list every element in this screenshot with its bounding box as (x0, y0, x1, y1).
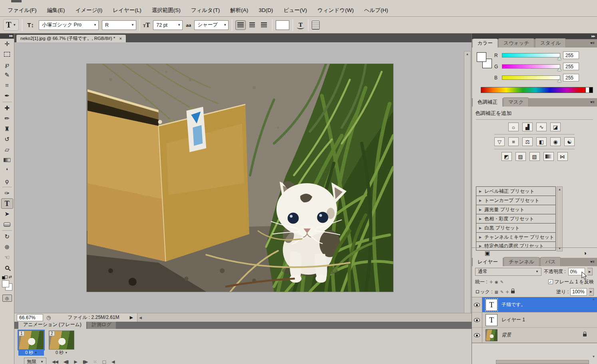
tab-channels[interactable]: チャンネル (503, 257, 539, 266)
preset-exposure[interactable]: ▶露光量 プリセット (476, 205, 556, 214)
layer-row-layer1[interactable]: T レイヤー 1 (472, 313, 597, 328)
green-slider[interactable] (502, 64, 560, 69)
menu-help[interactable]: ヘルプ(H) (359, 5, 393, 16)
move-tool[interactable]: ✛ (1, 39, 13, 49)
text-orientation-button[interactable]: T↕ (26, 21, 36, 29)
menu-file[interactable]: ファイル(F) (2, 5, 42, 16)
blend-mode-select[interactable]: 通常 ▼ (475, 268, 541, 276)
tab-animation-frames[interactable]: アニメーション (フレーム) (18, 322, 86, 329)
color-spectrum-ramp[interactable] (481, 87, 586, 93)
3d-rotate-tool[interactable]: ↻ (1, 231, 13, 242)
red-slider[interactable] (502, 53, 560, 57)
layer-name[interactable]: 背景 (501, 332, 511, 338)
blur-tool[interactable]: ❛ (1, 165, 13, 176)
eraser-tool[interactable]: ▱ (1, 144, 13, 155)
text-layer-thumbnail[interactable]: T (486, 299, 497, 311)
green-value-field[interactable]: 255 (563, 63, 579, 70)
layers-scrollbar[interactable]: ▲ ▼ (591, 297, 596, 358)
brush-tool[interactable]: ✏ (1, 113, 13, 124)
menu-filter[interactable]: フィルタ(T) (186, 5, 225, 16)
tab-swatches[interactable]: スウォッチ (498, 38, 534, 47)
vibrance-icon[interactable]: ▽ (494, 137, 505, 146)
image-layer-thumbnail[interactable] (486, 329, 497, 341)
new-frame-button[interactable]: ▢ (102, 359, 106, 364)
document-tab[interactable]: neko2[1].jpg @ 66.7% (子猫です。, RGB/8#) * × (16, 34, 126, 42)
layer-row-kitten-text[interactable]: T 子猫です。 (472, 297, 597, 313)
opacity-spinner-icon[interactable]: ▶ (587, 268, 593, 275)
levels-icon[interactable]: ▟ (522, 123, 533, 131)
font-style-select[interactable]: R ▼ (102, 20, 136, 30)
warp-text-button[interactable]: T (296, 22, 305, 28)
lock-position-icon[interactable]: ✛ (505, 290, 509, 294)
tab-measurement-log[interactable]: 計測ログ (87, 322, 116, 329)
panel-menu-icon[interactable]: ▾≡ (590, 100, 595, 104)
slider-knob-icon[interactable] (557, 57, 561, 60)
scroll-down-icon[interactable]: ▼ (592, 355, 595, 358)
lock-transparency-icon[interactable]: ▦ (495, 290, 498, 294)
presets-scrollbar[interactable]: ▲ ▼ (557, 186, 563, 251)
canvas-vertical-scrollbar[interactable]: ▲ ▼ (464, 51, 471, 313)
tab-adjustments[interactable]: 色調補正 (473, 98, 502, 107)
white-swatch[interactable] (586, 87, 589, 93)
black-swatch[interactable] (589, 87, 593, 93)
loop-count-select[interactable]: 無限 ▼ (24, 358, 46, 364)
red-value-field[interactable]: 255 (563, 51, 579, 59)
menu-layer[interactable]: レイヤー(L) (107, 5, 146, 16)
switch-panel-icon[interactable]: ▣ (485, 250, 490, 256)
color-fg-bg-swatches[interactable] (477, 52, 490, 66)
canvas[interactable]: ▲ ▼ (14, 42, 472, 313)
rewind-button[interactable]: ◀◀ (52, 359, 58, 364)
shape-tool[interactable] (1, 219, 13, 229)
quick-mask-button[interactable]: ◎ (2, 295, 12, 302)
layer-row-background[interactable]: 背景 (472, 328, 597, 343)
panel-menu-icon[interactable]: ▾≡ (590, 259, 595, 264)
scroll-up-icon[interactable]: ▲ (466, 52, 469, 56)
zoom-percent-field[interactable]: 66.67% (17, 314, 43, 321)
align-center-button[interactable] (247, 20, 257, 30)
anti-alias-select[interactable]: シャープ ▼ (194, 20, 229, 30)
toggle-visibility-icon[interactable]: ◑ (583, 250, 587, 256)
menu-analysis[interactable]: 解析(A) (225, 5, 253, 16)
eyedropper-tool[interactable]: ✒ (1, 91, 13, 101)
tween-button[interactable]: ⁙ (93, 359, 96, 364)
crop-tool[interactable]: ⌗ (1, 80, 13, 91)
animation-frame-1[interactable]: 1 0 秒 ▼ (18, 330, 46, 356)
tab-paths[interactable]: パス (540, 257, 561, 266)
visibility-cell[interactable] (472, 328, 482, 342)
font-size-select[interactable]: 72 pt ▼ (153, 20, 183, 30)
layers-horizontal-scrollbar[interactable] (496, 360, 589, 364)
curves-icon[interactable]: ∿ (536, 123, 547, 131)
color-balance-icon[interactable]: ⚖ (522, 137, 533, 146)
quick-selection-tool[interactable]: ✎ (1, 70, 13, 80)
spot-healing-brush-tool[interactable]: ✚ (1, 103, 13, 113)
align-right-button[interactable] (259, 20, 269, 30)
visibility-cell[interactable] (472, 297, 482, 312)
foreground-background-swatches[interactable] (2, 280, 12, 291)
blue-slider[interactable] (502, 75, 560, 80)
fill-spinner-icon[interactable]: ▶ (589, 288, 594, 296)
threshold-icon[interactable]: ▧ (529, 152, 540, 161)
path-selection-tool[interactable]: ➤ (1, 209, 13, 219)
preset-levels[interactable]: ▶レベル補正 プリセット (476, 186, 556, 196)
layer-name[interactable]: 子猫です。 (501, 301, 526, 308)
zoom-tool[interactable] (1, 263, 13, 273)
eye-icon[interactable] (474, 318, 480, 322)
lock-pixels-icon[interactable]: ✎ (500, 290, 503, 294)
unify-style-icon[interactable]: ✎ (500, 280, 503, 284)
unify-position-icon[interactable]: ✛ (490, 280, 493, 284)
unify-visibility-icon[interactable]: ◉ (495, 280, 498, 284)
collapse-dock-icon[interactable]: ▶▶ (472, 34, 597, 39)
type-tool[interactable]: T (1, 198, 13, 209)
tab-color[interactable]: カラー (473, 39, 497, 47)
swap-colors-icon[interactable]: ⇄ (8, 275, 12, 279)
slider-knob-icon[interactable] (557, 79, 561, 82)
rectangular-marquee-tool[interactable] (1, 49, 13, 59)
3d-orbit-tool[interactable]: ⊛ (1, 242, 13, 252)
menu-3d[interactable]: 3D(D) (253, 6, 278, 15)
clone-stamp-tool[interactable]: ♜ (1, 124, 13, 134)
tab-styles[interactable]: スタイル (535, 38, 566, 47)
selective-color-icon[interactable]: ⋈ (557, 152, 568, 161)
hand-tool[interactable]: ☜ (1, 252, 13, 263)
photo-filter-icon[interactable]: ◉ (550, 137, 561, 146)
collapse-tools-icon[interactable]: ▶▶ (0, 34, 14, 39)
